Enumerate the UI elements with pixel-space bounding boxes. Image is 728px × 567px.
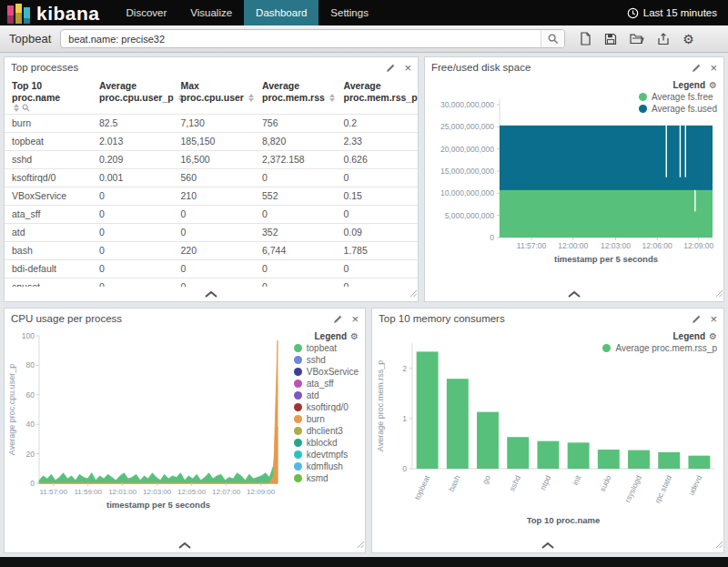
search-input[interactable] (61, 30, 541, 47)
save-dashboard-button[interactable] (604, 33, 617, 46)
legend-swatch (294, 439, 302, 447)
legend-swatch (294, 415, 302, 423)
cell-proc-name: ata_sff (5, 206, 92, 224)
bar-label: topbeat (412, 473, 431, 501)
legend-gear-icon[interactable]: ⚙ (709, 331, 717, 341)
legend-gear-icon[interactable]: ⚙ (709, 80, 717, 90)
cell-value: 0.209 (92, 151, 174, 169)
cell-value: 0 (255, 260, 337, 278)
bar-label: udevd (686, 473, 703, 496)
axis-label: 0 (30, 479, 35, 488)
legend-item[interactable]: atd (294, 390, 359, 400)
chevron-up-icon (541, 542, 554, 549)
cell-value: 0 (92, 242, 174, 260)
brand-text: kibana (36, 2, 100, 25)
edit-panel-button[interactable] (333, 314, 343, 324)
legend-item[interactable]: dhclient3 (294, 426, 359, 436)
legend-label: ksoftirqd/0 (307, 402, 349, 412)
open-folder-icon (630, 33, 644, 45)
legend-item[interactable]: ksmd (294, 473, 359, 483)
legend-item[interactable]: Average fs.used (639, 104, 717, 114)
time-picker[interactable]: Last 15 minutes (627, 7, 728, 19)
column-header-avg-rss[interactable]: Average proc.mem.rss (255, 77, 337, 115)
top-navbar: kibana DiscoverVisualizeDashboardSetting… (0, 0, 728, 25)
legend-swatch (639, 105, 647, 113)
cell-value: 220 (174, 242, 256, 260)
legend-item[interactable]: kdmflush (294, 461, 359, 471)
cell-proc-name: sshd (5, 151, 92, 169)
resize-handle[interactable] (410, 284, 417, 300)
legend-item[interactable]: topbeat (294, 343, 359, 353)
legend-item[interactable]: ksoftirqd/0 (294, 402, 359, 412)
share-dashboard-button[interactable] (657, 33, 670, 46)
new-document-icon (580, 32, 592, 46)
legend-label: ksmd (307, 473, 329, 483)
cell-proc-name: bdi-default (5, 260, 92, 278)
table-row: topbeat2.013185,1508,8202.33 (5, 133, 418, 151)
collapse-button[interactable] (196, 289, 227, 299)
table-row: ata_sff0000 (5, 206, 418, 224)
close-panel-button[interactable]: × (351, 313, 359, 325)
close-icon: × (710, 62, 717, 74)
column-header-avg-rss-p[interactable]: Average proc.mem.rss_p (337, 77, 419, 115)
edit-panel-button[interactable] (692, 63, 702, 73)
resize-handle[interactable] (715, 535, 723, 552)
table-row: cpuset0000 (5, 278, 418, 288)
cell-value: 0 (174, 206, 256, 224)
collapse-button[interactable] (169, 541, 200, 551)
edit-panel-button[interactable] (692, 314, 702, 324)
legend-item[interactable]: sshd (294, 355, 359, 365)
search-button[interactable] (541, 30, 564, 47)
nav-item-discover[interactable]: Discover (115, 0, 179, 25)
column-header-avg-cpu[interactable]: Average proc.cpu.user_p (92, 77, 174, 115)
nav-item-dashboard[interactable]: Dashboard (244, 0, 318, 25)
axis-label: 12:00:00 (558, 241, 588, 250)
collapse-button[interactable] (559, 289, 590, 299)
edit-panel-button[interactable] (386, 63, 396, 73)
cell-value: 0.626 (337, 151, 419, 169)
cpu-legend-items: topbeatsshdVBoxServiceata_sffatdksoftirq… (294, 343, 359, 483)
axis-label: 1 (402, 414, 407, 423)
legend-item[interactable]: burn (294, 414, 359, 424)
legend-label: burn (307, 414, 325, 424)
cell-value: 352 (255, 224, 337, 242)
legend-item[interactable]: VBoxService (294, 367, 359, 377)
legend-item[interactable]: kdevtmpfs (294, 450, 359, 460)
column-header-max-cpu[interactable]: Max proc.cpu.user (174, 77, 256, 115)
nav-item-settings[interactable]: Settings (318, 0, 380, 25)
panel-cpu-usage: CPU usage per process × Legend⚙ topbeats… (4, 308, 366, 553)
close-panel-button[interactable]: × (404, 62, 411, 74)
legend-gear-icon[interactable]: ⚙ (350, 331, 359, 341)
legend-item[interactable]: ata_sff (294, 379, 359, 389)
legend-item[interactable]: Average proc.mem.rss_p (602, 343, 717, 353)
collapse-button[interactable] (532, 541, 563, 551)
bar-rpc.statd (658, 452, 680, 469)
sort-icon[interactable] (248, 94, 254, 102)
cell-value: 0 (337, 260, 419, 278)
axis-label: 12:09:00 (683, 241, 713, 250)
column-header-proc-name[interactable]: Top 10 proc.name (5, 77, 92, 115)
legend-item[interactable]: Average fs.free (639, 92, 717, 102)
axis-label: 11:57:00 (39, 488, 67, 496)
axis-label: 60 (26, 390, 35, 400)
resize-handle[interactable] (715, 284, 723, 300)
bar-rsyslogd (628, 451, 650, 469)
load-dashboard-button[interactable] (630, 33, 644, 45)
new-dashboard-button[interactable] (580, 32, 592, 46)
sort-icon[interactable] (329, 94, 335, 102)
close-panel-button[interactable]: × (710, 62, 717, 74)
resize-handle[interactable] (357, 535, 364, 552)
kibana-logo[interactable]: kibana (0, 0, 115, 25)
legend-item[interactable]: kblockd (294, 438, 359, 448)
share-icon (657, 33, 670, 46)
axis-label: 11:59:00 (74, 488, 102, 496)
pencil-icon (386, 63, 396, 73)
sort-icon[interactable] (14, 104, 19, 112)
close-panel-button[interactable]: × (710, 313, 717, 325)
bar-bash (447, 379, 469, 469)
axis-label: 20,000,000,000 (440, 145, 494, 154)
options-button[interactable]: ⚙ (682, 33, 694, 46)
column-search-icon[interactable] (22, 104, 30, 112)
legend-label: Average fs.used (652, 104, 717, 114)
nav-item-visualize[interactable]: Visualize (178, 0, 244, 25)
